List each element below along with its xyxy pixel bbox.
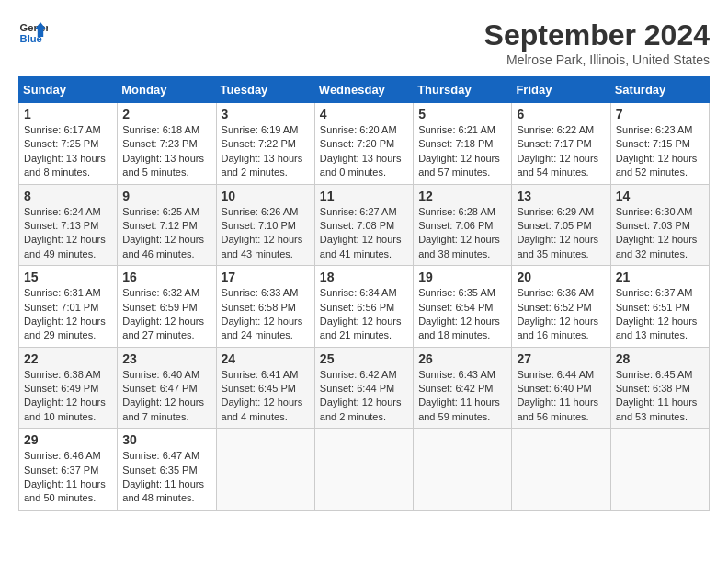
sunrise-label: Sunrise: 6:41 AM xyxy=(222,369,299,380)
daylight-label: Daylight: 12 hours and 57 minutes. xyxy=(418,153,500,178)
daylight-label: Daylight: 12 hours and 7 minutes. xyxy=(122,396,204,421)
calendar-cell: 27 Sunrise: 6:44 AM Sunset: 6:40 PM Dayl… xyxy=(512,347,610,429)
daylight-label: Daylight: 12 hours and 27 minutes. xyxy=(122,316,204,340)
sunset-label: Sunset: 7:20 PM xyxy=(320,138,394,149)
sunrise-label: Sunrise: 6:47 AM xyxy=(122,450,199,461)
sunset-label: Sunset: 7:05 PM xyxy=(517,220,591,231)
sunrise-label: Sunrise: 6:25 AM xyxy=(122,206,199,217)
sunset-label: Sunset: 7:22 PM xyxy=(222,138,296,149)
day-number: 17 xyxy=(222,270,310,284)
day-info: Sunrise: 6:28 AM Sunset: 7:06 PM Dayligh… xyxy=(418,205,506,262)
sunrise-label: Sunrise: 6:20 AM xyxy=(320,124,397,135)
page-subtitle: Melrose Park, Illinois, United States xyxy=(484,52,710,67)
weekday-header-thursday: Thursday xyxy=(414,77,512,103)
calendar-cell: 21 Sunrise: 6:37 AM Sunset: 6:51 PM Dayl… xyxy=(610,266,709,348)
day-info: Sunrise: 6:18 AM Sunset: 7:23 PM Dayligh… xyxy=(122,123,210,180)
day-info: Sunrise: 6:37 AM Sunset: 6:51 PM Dayligh… xyxy=(616,286,704,343)
sunrise-label: Sunrise: 6:29 AM xyxy=(517,206,594,217)
day-info: Sunrise: 6:17 AM Sunset: 7:25 PM Dayligh… xyxy=(24,123,112,180)
day-info: Sunrise: 6:47 AM Sunset: 6:35 PM Dayligh… xyxy=(122,449,210,506)
day-number: 10 xyxy=(222,189,310,203)
day-info: Sunrise: 6:44 AM Sunset: 6:40 PM Dayligh… xyxy=(517,368,605,425)
calendar-cell: 29 Sunrise: 6:46 AM Sunset: 6:37 PM Dayl… xyxy=(19,429,118,511)
weekday-header-friday: Friday xyxy=(512,77,610,103)
calendar-cell: 12 Sunrise: 6:28 AM Sunset: 7:06 PM Dayl… xyxy=(414,184,512,266)
sunset-label: Sunset: 7:15 PM xyxy=(616,138,690,149)
weekday-header-monday: Monday xyxy=(118,77,216,103)
calendar-cell xyxy=(512,429,610,511)
calendar-week-5: 29 Sunrise: 6:46 AM Sunset: 6:37 PM Dayl… xyxy=(19,429,710,511)
sunrise-label: Sunrise: 6:32 AM xyxy=(122,287,199,298)
calendar-cell: 16 Sunrise: 6:32 AM Sunset: 6:59 PM Dayl… xyxy=(118,266,216,348)
sunset-label: Sunset: 7:23 PM xyxy=(122,138,197,149)
day-number: 13 xyxy=(517,189,605,203)
sunset-label: Sunset: 7:12 PM xyxy=(122,220,197,231)
day-number: 4 xyxy=(320,107,408,121)
daylight-label: Daylight: 13 hours and 0 minutes. xyxy=(320,153,402,178)
sunrise-label: Sunrise: 6:27 AM xyxy=(320,206,397,217)
calendar-cell xyxy=(216,429,314,511)
weekday-header-wednesday: Wednesday xyxy=(314,77,413,103)
sunrise-label: Sunrise: 6:30 AM xyxy=(616,206,693,217)
day-info: Sunrise: 6:46 AM Sunset: 6:37 PM Dayligh… xyxy=(24,449,112,506)
sunrise-label: Sunrise: 6:38 AM xyxy=(24,369,101,380)
day-number: 1 xyxy=(24,107,112,121)
daylight-label: Daylight: 12 hours and 46 minutes. xyxy=(122,234,204,259)
calendar-cell: 18 Sunrise: 6:34 AM Sunset: 6:56 PM Dayl… xyxy=(314,266,413,348)
logo-icon: General Blue xyxy=(18,18,48,48)
sunset-label: Sunset: 6:37 PM xyxy=(24,465,98,476)
daylight-label: Daylight: 12 hours and 32 minutes. xyxy=(616,234,698,259)
daylight-label: Daylight: 12 hours and 4 minutes. xyxy=(222,396,303,421)
day-number: 29 xyxy=(24,432,112,447)
daylight-label: Daylight: 12 hours and 16 minutes. xyxy=(517,316,598,340)
sunrise-label: Sunrise: 6:24 AM xyxy=(24,206,101,217)
daylight-label: Daylight: 11 hours and 59 minutes. xyxy=(418,396,500,421)
calendar-cell: 2 Sunrise: 6:18 AM Sunset: 7:23 PM Dayli… xyxy=(118,103,216,185)
calendar-week-1: 1 Sunrise: 6:17 AM Sunset: 7:25 PM Dayli… xyxy=(19,103,710,185)
day-info: Sunrise: 6:30 AM Sunset: 7:03 PM Dayligh… xyxy=(616,205,704,262)
day-number: 30 xyxy=(122,432,210,447)
day-info: Sunrise: 6:32 AM Sunset: 6:59 PM Dayligh… xyxy=(122,286,210,343)
daylight-label: Daylight: 12 hours and 21 minutes. xyxy=(320,316,402,340)
daylight-label: Daylight: 12 hours and 38 minutes. xyxy=(418,234,500,259)
calendar-week-3: 15 Sunrise: 6:31 AM Sunset: 7:01 PM Dayl… xyxy=(19,266,710,348)
sunrise-label: Sunrise: 6:34 AM xyxy=(320,287,397,298)
daylight-label: Daylight: 11 hours and 48 minutes. xyxy=(122,478,204,503)
day-info: Sunrise: 6:20 AM Sunset: 7:20 PM Dayligh… xyxy=(320,123,408,180)
day-number: 24 xyxy=(222,351,310,366)
daylight-label: Daylight: 12 hours and 24 minutes. xyxy=(222,316,303,340)
sunrise-label: Sunrise: 6:22 AM xyxy=(517,124,594,135)
sunrise-label: Sunrise: 6:37 AM xyxy=(616,287,693,298)
sunrise-label: Sunrise: 6:18 AM xyxy=(122,124,199,135)
sunset-label: Sunset: 7:06 PM xyxy=(418,220,493,231)
calendar-cell: 9 Sunrise: 6:25 AM Sunset: 7:12 PM Dayli… xyxy=(118,184,216,266)
daylight-label: Daylight: 12 hours and 29 minutes. xyxy=(24,316,106,340)
sunset-label: Sunset: 6:38 PM xyxy=(616,383,690,394)
day-number: 25 xyxy=(320,351,408,366)
day-info: Sunrise: 6:23 AM Sunset: 7:15 PM Dayligh… xyxy=(616,123,704,180)
day-number: 19 xyxy=(418,270,506,284)
day-info: Sunrise: 6:24 AM Sunset: 7:13 PM Dayligh… xyxy=(24,205,112,262)
sunset-label: Sunset: 7:17 PM xyxy=(517,138,591,149)
day-number: 23 xyxy=(122,351,210,366)
day-info: Sunrise: 6:38 AM Sunset: 6:49 PM Dayligh… xyxy=(24,368,112,425)
day-number: 7 xyxy=(616,107,704,121)
sunset-label: Sunset: 6:42 PM xyxy=(418,383,493,394)
day-number: 21 xyxy=(616,270,704,284)
sunset-label: Sunset: 7:13 PM xyxy=(24,220,98,231)
calendar-cell xyxy=(414,429,512,511)
calendar-cell: 8 Sunrise: 6:24 AM Sunset: 7:13 PM Dayli… xyxy=(19,184,118,266)
day-info: Sunrise: 6:40 AM Sunset: 6:47 PM Dayligh… xyxy=(122,368,210,425)
day-number: 6 xyxy=(517,107,605,121)
sunset-label: Sunset: 7:08 PM xyxy=(320,220,394,231)
day-info: Sunrise: 6:36 AM Sunset: 6:52 PM Dayligh… xyxy=(517,286,605,343)
title-block: September 2024 Melrose Park, Illinois, U… xyxy=(484,18,710,67)
daylight-label: Daylight: 12 hours and 49 minutes. xyxy=(24,234,106,259)
weekday-header-sunday: Sunday xyxy=(19,77,118,103)
day-number: 5 xyxy=(418,107,506,121)
daylight-label: Daylight: 13 hours and 2 minutes. xyxy=(222,153,303,178)
sunset-label: Sunset: 7:03 PM xyxy=(616,220,690,231)
sunrise-label: Sunrise: 6:26 AM xyxy=(222,206,299,217)
logo: General Blue xyxy=(18,18,48,48)
day-number: 18 xyxy=(320,270,408,284)
